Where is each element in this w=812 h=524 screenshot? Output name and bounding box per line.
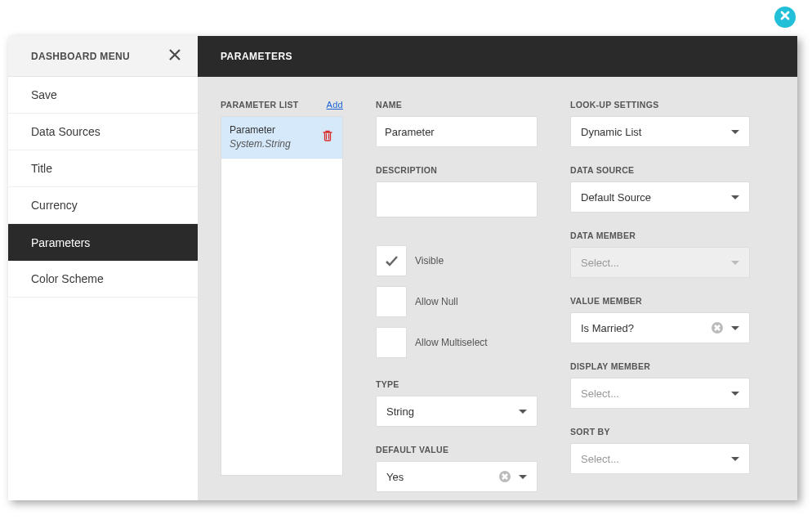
sort-by-placeholder: Select...	[581, 453, 619, 465]
delete-parameter-button[interactable]	[321, 129, 334, 146]
sidebar-header: DASHBOARD MENU	[8, 36, 198, 77]
dashboard-menu-panel: DASHBOARD MENU Save Data Sources Title C…	[8, 36, 797, 500]
chevron-down-icon	[731, 195, 739, 199]
value-member-select[interactable]: Is Married?	[570, 312, 750, 343]
chevron-down-icon	[731, 457, 739, 461]
parameter-list-label: PARAMETER LIST Add	[221, 100, 343, 110]
menu-item-save[interactable]: Save	[8, 77, 198, 114]
allow-multiselect-label: Allow Multiselect	[415, 337, 488, 348]
menu-item-label: Save	[31, 88, 57, 101]
chevron-down-icon	[731, 326, 739, 330]
default-value-select[interactable]: Yes	[376, 461, 538, 492]
menu-item-label: Parameters	[31, 236, 90, 249]
parameter-list-column: PARAMETER LIST Add Parameter System.Stri…	[221, 100, 343, 500]
lookup-settings-select[interactable]: Dynamic List	[570, 116, 750, 147]
chevron-down-icon	[731, 261, 739, 265]
display-member-label: DISPLAY MEMBER	[570, 361, 750, 371]
description-input[interactable]	[376, 181, 538, 217]
default-value-label: DEFAULT VALUE	[376, 445, 538, 455]
type-label: TYPE	[376, 379, 538, 389]
main-header: PARAMETERS	[198, 36, 797, 77]
add-parameter-link[interactable]: Add	[327, 100, 343, 110]
close-icon	[779, 10, 791, 25]
menu-item-data-sources[interactable]: Data Sources	[8, 114, 198, 150]
type-value: String	[386, 405, 414, 418]
menu-item-label: Data Sources	[31, 125, 100, 138]
menu-item-title[interactable]: Title	[8, 150, 198, 187]
menu-item-color-scheme[interactable]: Color Scheme	[8, 261, 198, 298]
data-member-label: DATA MEMBER	[570, 231, 750, 240]
menu-item-label: Color Scheme	[31, 272, 104, 285]
allow-multiselect-checkbox[interactable]	[376, 327, 407, 358]
description-label: DESCRIPTION	[376, 165, 538, 175]
default-value-value: Yes	[386, 471, 404, 483]
visible-label: Visible	[415, 255, 444, 266]
menu-item-label: Title	[31, 162, 52, 175]
menu-item-label: Currency	[31, 199, 78, 212]
data-member-select: Select...	[570, 247, 750, 278]
clear-default-value-button[interactable]	[499, 471, 511, 482]
display-member-select[interactable]: Select...	[570, 378, 750, 409]
parameter-item-type: System.String	[230, 137, 291, 151]
lookup-column: LOOK-UP SETTINGS Dynamic List DATA SOURC…	[570, 100, 750, 500]
data-source-select[interactable]: Default Source	[570, 181, 750, 213]
fields-column: NAME DESCRIPTION Visible	[376, 100, 538, 500]
data-source-value: Default Source	[581, 191, 651, 204]
clear-value-member-button[interactable]	[712, 322, 723, 334]
chevron-down-icon	[731, 392, 739, 396]
value-member-label: VALUE MEMBER	[570, 296, 750, 306]
main-header-title: PARAMETERS	[221, 51, 292, 62]
chevron-down-icon	[519, 475, 527, 479]
main-body: PARAMETER LIST Add Parameter System.Stri…	[198, 77, 797, 500]
chevron-down-icon	[731, 130, 739, 134]
parameter-item-text: Parameter System.String	[230, 123, 291, 151]
menu-item-currency[interactable]: Currency	[8, 187, 198, 224]
menu-item-parameters[interactable]: Parameters	[8, 224, 198, 261]
name-input[interactable]	[376, 116, 538, 147]
sidebar: DASHBOARD MENU Save Data Sources Title C…	[8, 36, 198, 500]
main-area: PARAMETERS PARAMETER LIST Add Parameter …	[198, 36, 797, 500]
data-member-placeholder: Select...	[581, 257, 619, 269]
chevron-down-icon	[519, 410, 527, 414]
sidebar-title: DASHBOARD MENU	[31, 51, 130, 62]
sort-by-select[interactable]: Select...	[570, 443, 750, 474]
lookup-settings-value: Dynamic List	[581, 126, 641, 138]
parameter-item-name: Parameter	[230, 123, 291, 137]
allow-null-label: Allow Null	[415, 296, 458, 307]
name-label: NAME	[376, 100, 538, 110]
close-button[interactable]	[774, 7, 796, 28]
sort-by-label: SORT BY	[570, 427, 750, 437]
data-source-label: DATA SOURCE	[570, 165, 750, 175]
allow-null-checkbox[interactable]	[376, 286, 407, 317]
type-select[interactable]: String	[376, 396, 538, 427]
sidebar-close-button[interactable]	[167, 47, 183, 66]
parameter-list: Parameter System.String	[221, 116, 343, 476]
parameter-list-item[interactable]: Parameter System.String	[221, 117, 342, 159]
lookup-settings-label: LOOK-UP SETTINGS	[570, 100, 750, 110]
value-member-value: Is Married?	[581, 322, 634, 334]
visible-checkbox[interactable]	[376, 245, 407, 276]
display-member-placeholder: Select...	[581, 387, 619, 400]
